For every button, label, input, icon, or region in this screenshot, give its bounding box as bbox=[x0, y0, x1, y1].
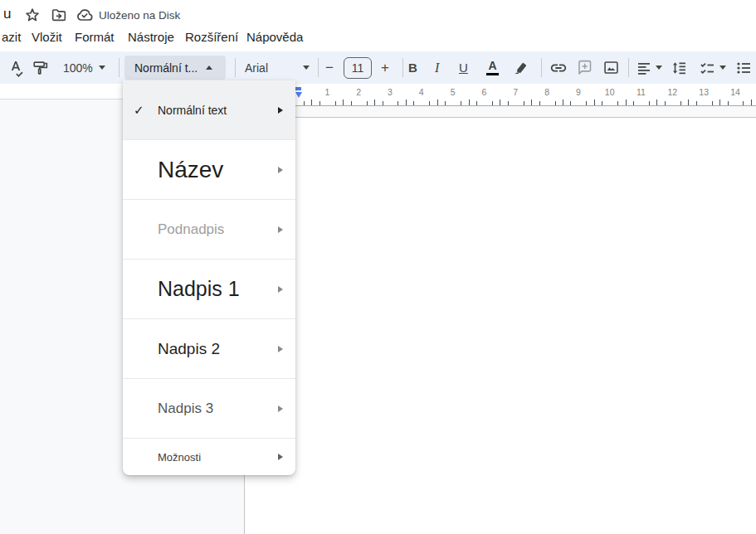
ruler-number: 6 bbox=[481, 87, 486, 97]
text-color-letter: A bbox=[488, 60, 496, 71]
ruler-tick bbox=[633, 101, 634, 105]
line-spacing-icon[interactable] bbox=[671, 51, 687, 84]
ruler-tick bbox=[437, 100, 438, 105]
font-value: Arial bbox=[245, 61, 268, 75]
ruler-number: 12 bbox=[667, 87, 677, 97]
toolbar-divider bbox=[402, 58, 403, 77]
underline-button[interactable]: U bbox=[459, 51, 477, 84]
style-option-options[interactable]: Možnosti bbox=[123, 438, 295, 475]
checklist-button[interactable] bbox=[699, 51, 726, 84]
menu-format[interactable]: Formát bbox=[71, 28, 118, 46]
style-option-label: Nadpis 2 bbox=[158, 340, 220, 358]
saved-status-text[interactable]: Uloženo na Disk bbox=[99, 9, 180, 22]
bulleted-list-icon[interactable] bbox=[735, 51, 752, 84]
chevron-up-icon bbox=[206, 66, 212, 70]
ruler-tick bbox=[688, 100, 689, 105]
insert-image-icon[interactable] bbox=[602, 51, 620, 84]
ruler-tick bbox=[531, 100, 532, 105]
menu-vlozit[interactable]: Vložit bbox=[28, 28, 66, 46]
styles-dropdown-menu: ✓ Normální text Název Podnadpis Nadpis 1… bbox=[123, 80, 295, 475]
menu-rozsireni[interactable]: Rozšíření bbox=[182, 28, 241, 46]
font-size-field[interactable]: 11 bbox=[344, 51, 372, 84]
ruler-tick bbox=[626, 100, 627, 105]
spelling-check-icon[interactable] bbox=[7, 51, 27, 84]
ruler-tick bbox=[445, 101, 446, 105]
submenu-arrow-icon bbox=[278, 167, 283, 173]
style-option-label: Nadpis 3 bbox=[158, 400, 213, 417]
add-comment-icon[interactable] bbox=[576, 51, 593, 84]
submenu-arrow-icon bbox=[278, 286, 283, 293]
ruler-tick bbox=[398, 101, 398, 105]
style-option-normal-text[interactable]: ✓ Normální text bbox=[123, 80, 295, 139]
ruler-tick bbox=[343, 100, 344, 105]
chevron-down-icon bbox=[656, 66, 662, 70]
move-folder-icon[interactable] bbox=[50, 6, 68, 24]
style-option-label: Normální text bbox=[158, 104, 227, 117]
document-title-fragment[interactable]: u bbox=[3, 6, 11, 22]
ruler-tick bbox=[680, 101, 681, 105]
ruler-tick bbox=[617, 101, 618, 105]
ruler-tick bbox=[469, 100, 470, 105]
insert-link-icon[interactable] bbox=[549, 51, 568, 84]
ruler-tick bbox=[656, 100, 657, 105]
style-option-label: Možnosti bbox=[158, 451, 201, 464]
ruler-tick bbox=[555, 101, 556, 105]
ruler-tick bbox=[665, 101, 666, 105]
ruler-tick bbox=[476, 101, 477, 105]
ruler-tick bbox=[743, 101, 744, 105]
increase-font-size-button[interactable]: + bbox=[381, 51, 389, 84]
ruler-tick bbox=[492, 101, 493, 105]
style-option-label: Nadpis 1 bbox=[158, 277, 240, 301]
star-icon[interactable] bbox=[23, 6, 41, 24]
ruler-tick bbox=[712, 101, 713, 105]
ruler-tick bbox=[719, 100, 720, 105]
cloud-saved-icon[interactable] bbox=[76, 6, 94, 24]
zoom-value: 100% bbox=[63, 61, 93, 75]
menu-zobrazit-partial[interactable]: azit bbox=[0, 28, 24, 46]
google-docs-window: u Uloženo na Disk azit Vložit Formát Nás… bbox=[0, 0, 756, 534]
ruler-tick bbox=[524, 101, 524, 105]
zoom-select[interactable]: 100% bbox=[63, 51, 105, 84]
paint-format-icon[interactable] bbox=[32, 51, 50, 84]
style-option-label: Podnadpis bbox=[158, 221, 224, 238]
font-select[interactable]: Arial bbox=[245, 51, 310, 84]
italic-button[interactable]: I bbox=[435, 51, 453, 84]
font-size-value: 11 bbox=[352, 61, 364, 75]
ruler-tick bbox=[594, 100, 595, 105]
ruler-number: 1 bbox=[324, 87, 329, 97]
decrease-font-size-button[interactable]: − bbox=[325, 51, 334, 84]
ruler[interactable]: 1234567891011121314 bbox=[244, 85, 756, 106]
ruler-number: 4 bbox=[419, 87, 424, 97]
ruler-tick bbox=[383, 101, 383, 105]
document-page[interactable] bbox=[244, 117, 756, 534]
ruler-tick bbox=[374, 100, 375, 105]
ruler-tick bbox=[751, 100, 752, 105]
align-button[interactable] bbox=[636, 51, 662, 84]
style-option-title[interactable]: Název bbox=[123, 139, 295, 199]
highlight-color-icon[interactable] bbox=[513, 51, 530, 84]
ruler-number: 9 bbox=[576, 87, 581, 97]
menubar: azit Vložit Formát Nástroje Rozšíření Ná… bbox=[0, 25, 756, 48]
submenu-arrow-icon bbox=[278, 454, 283, 460]
style-option-heading-2[interactable]: Nadpis 2 bbox=[123, 318, 295, 378]
ruler-number: 14 bbox=[730, 87, 740, 97]
style-option-subtitle[interactable]: Podnadpis bbox=[123, 199, 295, 259]
toolbar-divider bbox=[628, 58, 629, 77]
text-color-button[interactable]: A bbox=[486, 51, 499, 84]
ruler-tick bbox=[429, 101, 430, 105]
toolbar-divider bbox=[235, 58, 236, 77]
first-line-indent-marker[interactable] bbox=[295, 87, 301, 90]
ruler-tick bbox=[586, 101, 587, 105]
bold-button[interactable]: B bbox=[408, 51, 427, 84]
chevron-down-icon bbox=[99, 66, 105, 70]
styles-select[interactable]: Normální t... bbox=[124, 56, 226, 80]
style-option-heading-3[interactable]: Nadpis 3 bbox=[123, 378, 295, 438]
ruler-tick bbox=[304, 101, 305, 105]
left-indent-marker[interactable] bbox=[295, 92, 302, 98]
submenu-arrow-icon bbox=[278, 405, 283, 412]
style-option-heading-1[interactable]: Nadpis 1 bbox=[123, 259, 295, 318]
ruler-tick bbox=[461, 101, 461, 105]
ruler-tick bbox=[508, 101, 509, 105]
menu-napoveda[interactable]: Nápověda bbox=[243, 28, 306, 46]
menu-nastroje[interactable]: Nástroje bbox=[124, 28, 178, 46]
